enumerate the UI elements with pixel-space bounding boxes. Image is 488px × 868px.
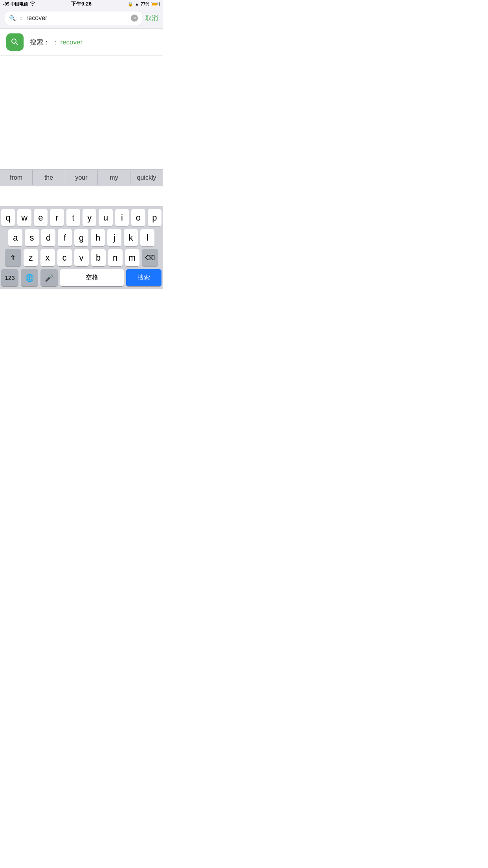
key-f[interactable]: f (58, 229, 72, 246)
cancel-button[interactable]: 取消 (145, 14, 158, 22)
keyboard-row-2: a s d f g h j k l (1, 229, 161, 246)
keyboard-row-4: 123 🌐 🎤 空格 搜索 (1, 269, 161, 286)
key-p[interactable]: p (148, 209, 161, 226)
key-s[interactable]: s (25, 229, 39, 246)
predictive-word-0[interactable]: from (0, 170, 33, 185)
space-key[interactable]: 空格 (60, 269, 124, 286)
key-r[interactable]: r (50, 209, 64, 226)
status-bar: -95 中国电信 下午9:26 🔒 ▲ 77% (0, 0, 163, 8)
globe-key[interactable]: 🌐 (21, 269, 38, 286)
keyboard-row-1: q w e r t y u i o p (1, 209, 161, 226)
battery-icon (151, 2, 160, 6)
key-q[interactable]: q (1, 209, 15, 226)
search-icon: 🔍 (9, 15, 16, 21)
search-suggestion[interactable]: 搜索： ： recover (0, 29, 163, 56)
carrier-label: -95 中国电信 (3, 1, 28, 7)
clear-button[interactable]: ✕ (131, 15, 138, 22)
keyboard: q w e r t y u i o p a s d f g h j k l ⇧ … (0, 206, 163, 289)
lock-icon: 🔒 (128, 2, 133, 7)
key-v[interactable]: v (74, 249, 89, 266)
key-b[interactable]: b (91, 249, 106, 266)
delete-key[interactable]: ⌫ (142, 249, 158, 266)
shift-key[interactable]: ⇧ (5, 249, 21, 266)
key-l[interactable]: l (140, 229, 154, 246)
predictive-word-3[interactable]: my (98, 170, 130, 185)
predictive-text-bar: from the your my quickly (0, 169, 163, 186)
key-a[interactable]: a (8, 229, 22, 246)
key-z[interactable]: z (24, 249, 38, 266)
battery-percent: 77% (141, 2, 149, 6)
key-h[interactable]: h (91, 229, 105, 246)
key-i[interactable]: i (115, 209, 129, 226)
status-time: 下午9:26 (71, 0, 92, 7)
key-e[interactable]: e (34, 209, 48, 226)
suggestion-text: 搜索： ： recover (30, 38, 83, 47)
key-m[interactable]: m (125, 249, 139, 266)
search-colon: ： (18, 15, 24, 22)
key-c[interactable]: c (57, 249, 72, 266)
keyboard-row-3: ⇧ z x c v b n m ⌫ (1, 249, 161, 266)
suggestion-icon-box (6, 33, 24, 51)
suggestion-search-icon (10, 37, 20, 47)
key-d[interactable]: d (41, 229, 55, 246)
predictive-word-2[interactable]: your (65, 170, 98, 185)
key-o[interactable]: o (131, 209, 145, 226)
search-input-wrapper[interactable]: 🔍 ： ✕ (5, 11, 142, 25)
search-key[interactable]: 搜索 (126, 269, 161, 286)
key-k[interactable]: k (124, 229, 138, 246)
status-left: -95 中国电信 (3, 1, 36, 7)
key-g[interactable]: g (74, 229, 88, 246)
num-key[interactable]: 123 (1, 269, 18, 286)
search-input[interactable] (26, 15, 128, 22)
key-j[interactable]: j (107, 229, 121, 246)
wifi-icon (29, 1, 36, 7)
predictive-word-4[interactable]: quickly (130, 170, 163, 185)
location-icon: ▲ (135, 2, 139, 6)
mic-key[interactable]: 🎤 (40, 269, 58, 286)
key-t[interactable]: t (66, 209, 80, 226)
predictive-word-1[interactable]: the (33, 170, 65, 185)
status-right: 🔒 ▲ 77% (128, 2, 160, 7)
key-y[interactable]: y (83, 209, 96, 226)
search-bar: 🔍 ： ✕ 取消 (0, 8, 163, 29)
key-u[interactable]: u (99, 209, 112, 226)
key-x[interactable]: x (40, 249, 55, 266)
key-n[interactable]: n (108, 249, 123, 266)
key-w[interactable]: w (17, 209, 31, 226)
